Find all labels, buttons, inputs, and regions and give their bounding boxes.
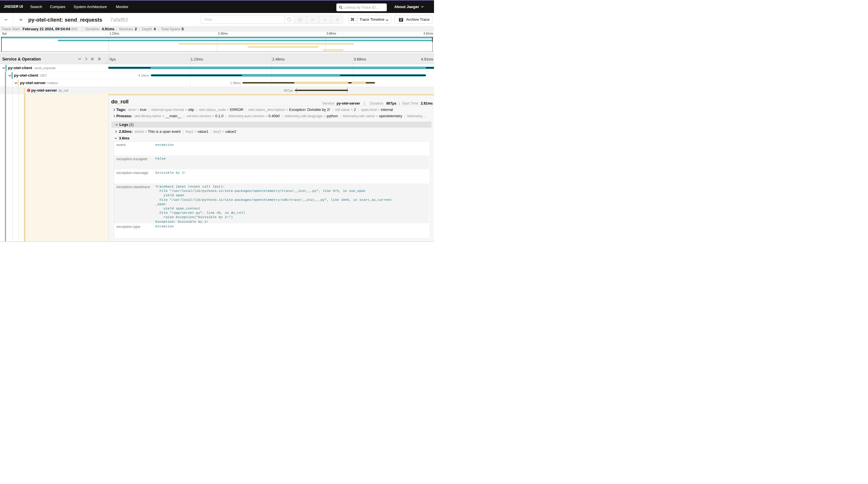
svg-text:?: ? bbox=[288, 18, 290, 21]
